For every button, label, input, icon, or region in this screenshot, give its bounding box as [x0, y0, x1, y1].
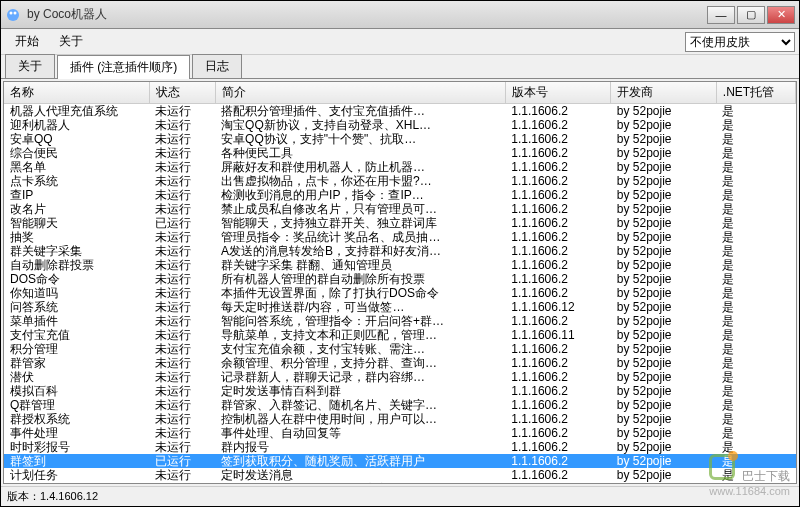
table-row[interactable]: 综合便民未运行各种便民工具1.1.1606.2by 52pojie是 — [4, 146, 796, 160]
cell: 机器人代理充值系统 — [4, 104, 149, 119]
cell: 各种便民工具 — [215, 146, 505, 160]
cell: 事件处理、自动回复等 — [215, 426, 505, 440]
cell: 安卓QQ — [4, 132, 149, 146]
table-row[interactable]: 模拟百科未运行定时发送事情百科到群1.1.1606.2by 52pojie是 — [4, 384, 796, 398]
table-row[interactable]: 群关键字采集未运行A发送的消息转发给B，支持群和好友消…1.1.1606.2by… — [4, 244, 796, 258]
cell: by 52pojie — [611, 202, 717, 216]
cell: 1.1.1606.2 — [505, 160, 611, 174]
cell: 1.1.1606.2 — [505, 356, 611, 370]
cell: 计划任务 — [4, 468, 149, 482]
table-row[interactable]: 时时彩报号未运行群内报号1.1.1606.2by 52pojie是 — [4, 440, 796, 454]
table-row[interactable]: 机器人代理充值系统未运行搭配积分管理插件、支付宝充值插件…1.1.1606.2b… — [4, 104, 796, 119]
cell: 图灵机器人，请自行到图灵官方网站免… — [215, 482, 505, 483]
table-row[interactable]: 迎利机器人未运行淘宝QQ新协议，支持自动登录、XHL…1.1.1606.2by … — [4, 118, 796, 132]
cell: 点卡系统 — [4, 174, 149, 188]
table-row[interactable]: 群授权系统未运行控制机器人在群中使用时间，用户可以…1.1.1606.2by 5… — [4, 412, 796, 426]
cell: 1.1.1606.2 — [505, 272, 611, 286]
cell: 支付宝充值余额，支付宝转账、需注… — [215, 342, 505, 356]
titlebar[interactable]: by Coco机器人 — ▢ ✕ — [1, 1, 799, 29]
cell: 1.1.1606.2 — [505, 314, 611, 328]
cell: by 52pojie — [611, 482, 717, 483]
cell: 所有机器人管理的群自动删除所有投票 — [215, 272, 505, 286]
cell: 1.1.1606.2 — [505, 412, 611, 426]
cell: 是 — [716, 426, 795, 440]
cell: 屏蔽好友和群使用机器人，防止机器… — [215, 160, 505, 174]
table-row[interactable]: 事件处理未运行事件处理、自动回复等1.1.1606.2by 52pojie是 — [4, 426, 796, 440]
table-row[interactable]: 积分管理未运行支付宝充值余额，支付宝转账、需注…1.1.1606.2by 52p… — [4, 342, 796, 356]
menu-about[interactable]: 关于 — [49, 30, 93, 53]
svg-point-2 — [14, 11, 17, 14]
tabbar: 关于 插件 (注意插件顺序) 日志 — [1, 55, 799, 79]
cell: 导航菜单，支持文本和正则匹配，管理… — [215, 328, 505, 342]
col-header-intro[interactable]: 简介 — [215, 82, 505, 104]
cell: 1.1.1606.2 — [505, 244, 611, 258]
cell: by 52pojie — [611, 118, 717, 132]
cell: by 52pojie — [611, 342, 717, 356]
col-header-status[interactable]: 状态 — [149, 82, 215, 104]
cell: 1.1.1606.2 — [505, 370, 611, 384]
table-row[interactable]: 查IP未运行检测收到消息的用户IP，指令：查IP…1.1.1606.2by 52… — [4, 188, 796, 202]
cell: by 52pojie — [611, 216, 717, 230]
cell: by 52pojie — [611, 244, 717, 258]
table-row[interactable]: 抽奖未运行管理员指令：奖品统计 奖品名、成员抽…1.1.1606.2by 52p… — [4, 230, 796, 244]
cell: 你知道吗 — [4, 286, 149, 300]
cell: 1.1.1606.2 — [505, 132, 611, 146]
cell: 积分管理 — [4, 342, 149, 356]
cell: 是 — [716, 230, 795, 244]
cell: by 52pojie — [611, 426, 717, 440]
table-row[interactable]: 计划任务未运行定时发送消息1.1.1606.2by 52pojie是 — [4, 468, 796, 482]
cell: by 52pojie — [611, 468, 717, 482]
table-row[interactable]: 安卓QQ未运行安卓QQ协议，支持"十个赞"、抗取…1.1.1606.2by 52… — [4, 132, 796, 146]
skin-select[interactable]: 不使用皮肤 — [685, 32, 795, 52]
table-row[interactable]: 问答系统未运行每天定时推送群/内容，可当做签…1.1.1606.12by 52p… — [4, 300, 796, 314]
minimize-button[interactable]: — — [707, 6, 735, 24]
table-row[interactable]: 图灵机器人未运行图灵机器人，请自行到图灵官方网站免…1.1.1606.2by 5… — [4, 482, 796, 483]
menu-start[interactable]: 开始 — [5, 30, 49, 53]
cell: by 52pojie — [611, 412, 717, 426]
table-row[interactable]: 智能聊天已运行智能聊天，支持独立群开关、独立群词库1.1.1606.2by 52… — [4, 216, 796, 230]
table-row[interactable]: 改名片未运行禁止成员私自修改名片，只有管理员可…1.1.1606.2by 52p… — [4, 202, 796, 216]
table-row[interactable]: 群签到已运行签到获取积分、随机奖励、活跃群用户1.1.1606.2by 52po… — [4, 454, 796, 468]
tab-log[interactable]: 日志 — [192, 54, 242, 78]
col-header-net[interactable]: .NET托管 — [716, 82, 795, 104]
cell: 未运行 — [149, 426, 215, 440]
col-header-version[interactable]: 版本号 — [505, 82, 611, 104]
table-row[interactable]: 潜伏未运行记录群新人，群聊天记录，群内容绑…1.1.1606.2by 52poj… — [4, 370, 796, 384]
cell: by 52pojie — [611, 328, 717, 342]
app-icon — [5, 7, 21, 23]
table-row[interactable]: 支付宝充值未运行导航菜单，支持文本和正则匹配，管理…1.1.1606.11by … — [4, 328, 796, 342]
cell: 1.1.1606.2 — [505, 426, 611, 440]
plugin-table-wrap[interactable]: 名称 状态 简介 版本号 开发商 .NET托管 机器人代理充值系统未运行搭配积分… — [4, 82, 796, 483]
cell: 1.1.1606.2 — [505, 174, 611, 188]
cell: 控制机器人在群中使用时间，用户可以… — [215, 412, 505, 426]
cell: 未运行 — [149, 440, 215, 454]
table-row[interactable]: 群管家未运行余额管理、积分管理，支持分群、查询…1.1.1606.2by 52p… — [4, 356, 796, 370]
cell: 群管家 — [4, 356, 149, 370]
table-row[interactable]: 自动删除群投票未运行群关键字采集 群翻、通知管理员1.1.1606.2by 52… — [4, 258, 796, 272]
cell: 是 — [716, 160, 795, 174]
cell: 是 — [716, 468, 795, 482]
cell: 未运行 — [149, 482, 215, 483]
cell: 是 — [716, 118, 795, 132]
cell: 未运行 — [149, 132, 215, 146]
table-row[interactable]: 你知道吗未运行本插件无设置界面，除了打执行DOS命令1.1.1606.2by 5… — [4, 286, 796, 300]
cell: 是 — [716, 258, 795, 272]
tab-about[interactable]: 关于 — [5, 54, 55, 78]
cell: 群内报号 — [215, 440, 505, 454]
maximize-button[interactable]: ▢ — [737, 6, 765, 24]
svg-point-1 — [10, 11, 13, 14]
close-button[interactable]: ✕ — [767, 6, 795, 24]
col-header-developer[interactable]: 开发商 — [611, 82, 717, 104]
tab-plugins[interactable]: 插件 (注意插件顺序) — [57, 55, 190, 79]
table-row[interactable]: 点卡系统未运行出售虚拟物品，点卡，你还在用卡盟?…1.1.1606.2by 52… — [4, 174, 796, 188]
cell: 支付宝充值 — [4, 328, 149, 342]
cell: 是 — [716, 454, 795, 468]
table-row[interactable]: 菜单插件未运行智能问答系统，管理指令：开启问答+群…1.1.1606.2by 5… — [4, 314, 796, 328]
table-row[interactable]: 黑名单未运行屏蔽好友和群使用机器人，防止机器…1.1.1606.2by 52po… — [4, 160, 796, 174]
cell: 未运行 — [149, 384, 215, 398]
col-header-name[interactable]: 名称 — [4, 82, 149, 104]
cell: by 52pojie — [611, 146, 717, 160]
table-row[interactable]: Q群管理未运行群管家、入群签记、随机名片、关键字…1.1.1606.2by 52… — [4, 398, 796, 412]
table-row[interactable]: DOS命令未运行所有机器人管理的群自动删除所有投票1.1.1606.2by 52… — [4, 272, 796, 286]
cell: 是 — [716, 300, 795, 314]
